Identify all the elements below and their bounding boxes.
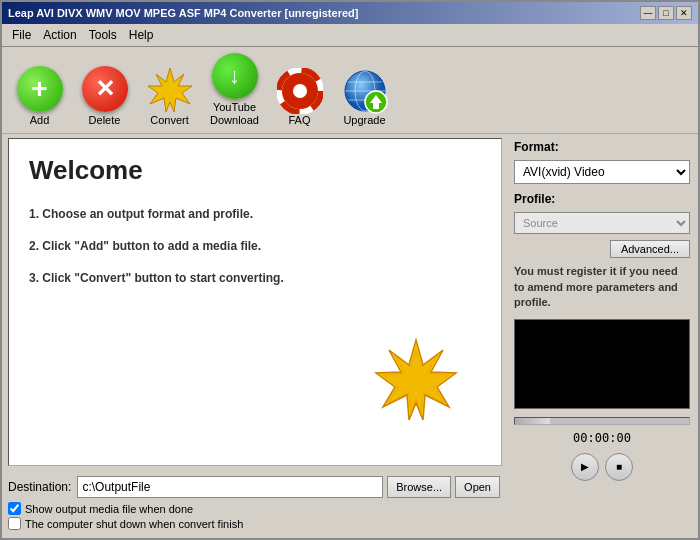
checkbox-show-output: Show output media file when done <box>8 502 500 515</box>
progress-bar <box>514 417 690 425</box>
left-panel: Welcome 1. Choose an output format and p… <box>2 134 506 538</box>
timecode: 00:00:00 <box>514 431 690 445</box>
preview-area <box>514 319 690 409</box>
destination-input[interactable] <box>77 476 383 498</box>
welcome-step-1: 1. Choose an output format and profile. <box>29 202 481 226</box>
minimize-button[interactable]: — <box>640 6 656 20</box>
faq-button[interactable]: FAQ <box>272 68 327 127</box>
svg-point-5 <box>293 84 307 98</box>
bottom-bar: Destination: Browse... Open Show output … <box>2 470 506 538</box>
faq-label: FAQ <box>288 114 310 127</box>
play-button[interactable]: ▶ <box>571 453 599 481</box>
delete-button[interactable]: ✕ Delete <box>77 66 132 127</box>
youtube-icon: ↓ <box>212 53 258 99</box>
menu-action[interactable]: Action <box>37 26 82 44</box>
window-controls: — □ ✕ <box>640 6 692 20</box>
window-title: Leap AVI DIVX WMV MOV MPEG ASF MP4 Conve… <box>8 7 358 19</box>
convert-label: Convert <box>150 114 189 127</box>
starburst-decoration <box>371 335 461 425</box>
main-area: Welcome 1. Choose an output format and p… <box>2 134 698 538</box>
checkbox-shutdown: The computer shut down when convert fini… <box>8 517 500 530</box>
open-button[interactable]: Open <box>455 476 500 498</box>
app-window: Leap AVI DIVX WMV MOV MPEG ASF MP4 Conve… <box>0 0 700 540</box>
svg-marker-14 <box>383 349 449 415</box>
svg-marker-0 <box>148 68 192 112</box>
youtube-label: YouTubeDownload <box>210 101 259 127</box>
add-button[interactable]: + Add <box>12 66 67 127</box>
menu-bar: File Action Tools Help <box>2 24 698 47</box>
add-label: Add <box>30 114 50 127</box>
profile-label: Profile: <box>514 192 690 206</box>
upgrade-icon <box>342 68 388 114</box>
faq-icon <box>277 68 323 114</box>
progress-bar-fill <box>515 418 550 424</box>
destination-row: Destination: Browse... Open <box>8 476 500 498</box>
profile-select[interactable]: Source <box>514 212 690 234</box>
destination-label: Destination: <box>8 480 71 494</box>
right-panel: Format: AVI(xvid) Video MP4 Video WMV Vi… <box>506 134 698 538</box>
welcome-step-3: 3. Click "Convert" button to start conve… <box>29 266 481 290</box>
menu-file[interactable]: File <box>6 26 37 44</box>
title-bar: Leap AVI DIVX WMV MOV MPEG ASF MP4 Conve… <box>2 2 698 24</box>
format-label: Format: <box>514 140 690 154</box>
upgrade-label: Upgrade <box>343 114 385 127</box>
advanced-button[interactable]: Advanced... <box>610 240 690 258</box>
playback-controls: ▶ ■ <box>514 453 690 481</box>
convert-button[interactable]: Convert <box>142 66 197 127</box>
welcome-steps: 1. Choose an output format and profile. … <box>29 202 481 290</box>
add-icon: + <box>17 66 63 112</box>
maximize-button[interactable]: □ <box>658 6 674 20</box>
welcome-step-2: 2. Click "Add" button to add a media fil… <box>29 234 481 258</box>
toolbar: + Add ✕ Delete Convert ↓ YouTubeDo <box>2 47 698 134</box>
upgrade-button[interactable]: Upgrade <box>337 68 392 127</box>
delete-label: Delete <box>89 114 121 127</box>
register-text: You must register it if you need to amen… <box>514 264 690 310</box>
shutdown-checkbox[interactable] <box>8 517 21 530</box>
shutdown-label: The computer shut down when convert fini… <box>25 518 243 530</box>
stop-button[interactable]: ■ <box>605 453 633 481</box>
convert-icon <box>146 66 194 114</box>
youtube-download-button[interactable]: ↓ YouTubeDownload <box>207 53 262 127</box>
show-output-checkbox[interactable] <box>8 502 21 515</box>
menu-help[interactable]: Help <box>123 26 160 44</box>
close-button[interactable]: ✕ <box>676 6 692 20</box>
show-output-label: Show output media file when done <box>25 503 193 515</box>
menu-tools[interactable]: Tools <box>83 26 123 44</box>
welcome-title: Welcome <box>29 155 481 186</box>
welcome-area: Welcome 1. Choose an output format and p… <box>8 138 502 466</box>
format-select[interactable]: AVI(xvid) Video MP4 Video WMV Video MOV … <box>514 160 690 184</box>
browse-button[interactable]: Browse... <box>387 476 451 498</box>
delete-icon: ✕ <box>82 66 128 112</box>
